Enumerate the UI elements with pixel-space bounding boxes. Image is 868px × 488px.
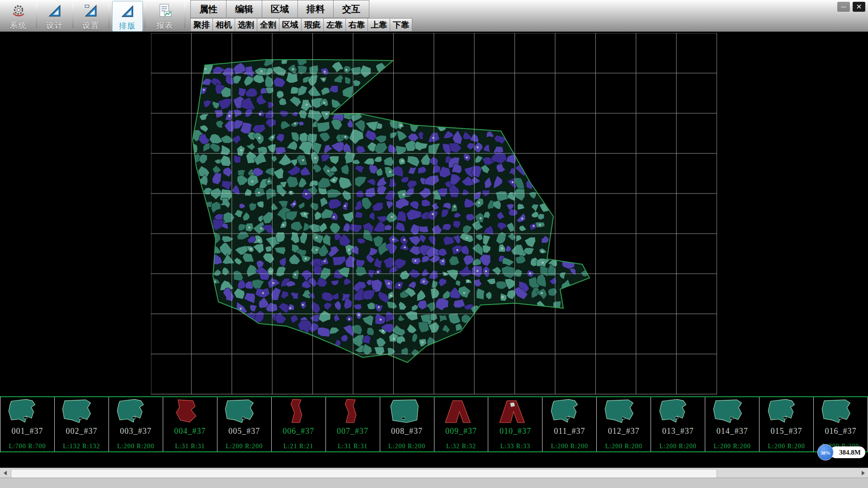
scroll-thumb[interactable] [11,469,717,478]
nav-settings-button[interactable]: 设置 [76,1,106,31]
hide-shape [602,398,646,426]
hide-label: 010_#37 [500,426,531,436]
tool-snap-left[interactable]: 左靠 [323,18,346,32]
layout-ruler-icon [120,3,135,20]
gear-icon [11,2,26,19]
nav-separator [184,4,185,28]
hide-thumbnail-004_#37[interactable]: 004_#37 L:31 R:31 [163,397,217,451]
hide-stats: L:200 R:200 [714,443,751,451]
hide-thumbnail-016_#37[interactable]: 016_#37 L:200 R:200 [814,397,868,451]
nav-separator [72,4,73,28]
nav-system-button[interactable]: 系统 [4,1,33,31]
hide-strip: 001_#37 L:700 R:700 002_#37 L:132 R:132 … [0,396,868,452]
hide-label: 016_#37 [825,426,857,436]
hide-stats: L:33 R:33 [500,443,530,451]
hide-thumbnail-011_#37[interactable]: 011_#37 L:200 R:200 [542,397,597,451]
hide-stats: L:31 R:31 [175,443,205,451]
menu-interaction[interactable]: 交互 [333,0,369,18]
hide-label: 008_#37 [391,426,423,436]
tool-region[interactable]: 区域 [279,18,302,32]
hide-thumbnail-003_#37[interactable]: 003_#37 L:200 R:200 [109,397,163,451]
scroll-left-button[interactable] [0,468,10,478]
hide-stats: L:132 R:132 [63,443,100,451]
hide-stats: L:200 R:200 [117,443,154,451]
hide-stats: L:200 R:200 [226,443,263,451]
minimize-button[interactable]: ─ [837,2,850,12]
tool-full-cut[interactable]: 全割 [257,18,279,32]
hide-thumbnail-002_#37[interactable]: 002_#37 L:132 R:132 [55,397,109,451]
hide-stats: L:700 R:700 [9,443,46,451]
hide-label: 011_#37 [554,426,585,436]
hide-stats: L:200 R:200 [768,443,805,451]
hide-shape [548,398,591,426]
hide-label: 007_#37 [337,426,368,436]
report-icon [157,2,173,19]
window-controls: ─ ✕ [837,2,865,12]
hide-label: 002_#37 [66,426,97,436]
menu-edit[interactable]: 编辑 [226,0,262,18]
menu-region[interactable]: 区域 [262,0,298,18]
hide-label: 006_#37 [283,426,314,436]
right-arrow-icon [862,471,865,475]
nav-separator [145,4,146,28]
left-arrow-icon [4,471,7,475]
menu-bar: 属性 编辑 区域 排料 交互 [191,0,369,18]
hide-thumbnail-008_#37[interactable]: 008_#37 L:200 R:200 [380,397,434,451]
hide-label: 013_#37 [662,426,694,436]
nav-settings-label: 设置 [82,20,99,31]
nav-layout-button[interactable]: 排版 [112,1,143,32]
tool-snap-bottom[interactable]: 下靠 [390,18,412,32]
hide-label: 004_#37 [174,426,206,436]
hide-stats: L:21 R:21 [283,443,313,451]
hide-label: 009_#37 [445,426,477,436]
toolbar-area: 系统 设计 设置 [0,0,868,32]
nav-design-label: 设计 [46,20,63,31]
hide-shape [711,398,754,426]
hide-shape [819,398,863,426]
nav-system-label: 系统 [10,20,27,31]
hide-thumbnail-010_#37[interactable]: 010_#37 L:33 R:33 [488,397,542,451]
hide-stats: L:32 R:32 [446,443,476,451]
hide-stats: L:31 R:31 [338,443,368,451]
window-bottom-border [0,478,868,488]
hide-thumbnail-005_#37[interactable]: 005_#37 L:200 R:200 [217,397,272,451]
tool-select-cut[interactable]: 选割 [235,18,257,32]
hide-shape [222,398,266,426]
menu-properties[interactable]: 属性 [190,0,226,18]
hide-thumbnail-014_#37[interactable]: 014_#37 L:200 R:200 [705,397,760,451]
hide-shape [656,398,700,426]
tool-snap-top[interactable]: 上靠 [368,18,390,32]
hide-thumbnail-009_#37[interactable]: 009_#37 L:32 R:32 [434,397,489,451]
hide-shape [439,398,483,426]
tool-defect[interactable]: 瑕疵 [301,18,324,32]
menu-nesting[interactable]: 排料 [297,0,334,18]
hide-stats: L:200 R:200 [660,443,697,451]
scroll-right-button[interactable] [858,468,868,478]
tool-snap-right[interactable]: 右靠 [345,18,368,32]
hide-thumbnail-013_#37[interactable]: 013_#37 L:200 R:200 [651,397,705,451]
hide-label: 015_#37 [771,426,802,436]
hide-shape [114,398,157,426]
nav-report-button[interactable]: 报表 [148,1,182,31]
nav-separator [108,4,109,28]
hide-thumbnail-007_#37[interactable]: 007_#37 L:31 R:31 [326,397,380,451]
hide-thumbnail-012_#37[interactable]: 012_#37 L:200 R:200 [597,397,651,451]
hide-label: 012_#37 [608,426,640,436]
hide-stats: L:200 R:200 [551,443,588,451]
hide-thumbnail-006_#37[interactable]: 006_#37 L:21 R:21 [272,397,326,451]
nav-design-button[interactable]: 设计 [40,1,70,31]
horizontal-scrollbar[interactable] [0,468,868,478]
hide-stats: L:200 R:200 [605,443,642,451]
tool-cluster-nest[interactable]: 聚排 [190,18,213,32]
hide-thumbnail-001_#37[interactable]: 001_#37 L:700 R:700 [0,397,55,451]
nesting-canvas[interactable] [0,32,868,396]
hide-thumbnail-015_#37[interactable]: 015_#37 L:200 R:200 [760,397,814,451]
hide-stats: L:200 R:200 [388,443,425,451]
design-ruler-icon [47,2,62,19]
memory-badge: 384.8M [830,446,865,458]
nav-layout-label: 排版 [119,21,136,31]
close-button[interactable]: ✕ [853,2,865,12]
tool-camera[interactable]: 相机 [212,18,235,32]
hide-label: 003_#37 [120,426,151,436]
hide-label: 014_#37 [717,426,748,436]
